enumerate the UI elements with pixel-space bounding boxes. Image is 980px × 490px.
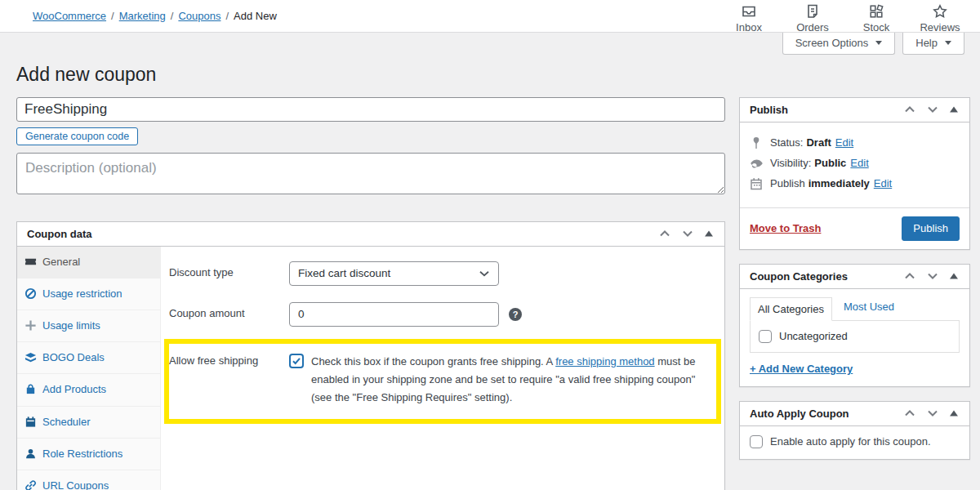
order-down-button[interactable] bbox=[922, 270, 943, 283]
inbox-icon bbox=[717, 3, 781, 21]
coupon-data-tab-list: General Usage restriction Usage limits B… bbox=[17, 247, 161, 490]
free-shipping-description: Check this box if the coupon grants free… bbox=[311, 353, 710, 407]
auto-apply-header: Auto Apply Coupon bbox=[740, 402, 969, 426]
edit-status-link[interactable]: Edit bbox=[835, 136, 853, 149]
tab-label: Usage restriction bbox=[42, 287, 122, 300]
question-icon[interactable]: ? bbox=[509, 308, 522, 321]
tab-all-categories[interactable]: All Categories bbox=[750, 297, 832, 321]
user-icon bbox=[24, 448, 37, 460]
activity-tab-orders[interactable]: Orders bbox=[781, 0, 844, 33]
coupon-description-textarea[interactable] bbox=[16, 153, 725, 194]
chevron-up-icon bbox=[903, 408, 916, 418]
publish-button[interactable]: Publish bbox=[902, 216, 960, 241]
breadcrumb-marketing[interactable]: Marketing bbox=[119, 10, 166, 22]
order-down-button[interactable] bbox=[922, 407, 943, 420]
link-icon bbox=[24, 479, 37, 490]
free-shipping-method-link[interactable]: free shipping method bbox=[555, 355, 654, 368]
coupon-data-box: Coupon data General Usage restriction bbox=[16, 221, 725, 490]
chevron-up-icon bbox=[903, 105, 916, 114]
caret-down-icon bbox=[945, 41, 951, 45]
help-label: Help bbox=[915, 37, 938, 49]
tab-most-used[interactable]: Most Used bbox=[844, 301, 894, 317]
discount-type-select[interactable]: Fixed cart discount bbox=[289, 261, 499, 286]
circle-slash-icon bbox=[24, 287, 37, 300]
order-up-button[interactable] bbox=[654, 227, 675, 240]
auto-apply-checkbox[interactable] bbox=[750, 435, 763, 448]
schedule-row: Publish immediately Edit bbox=[750, 177, 960, 190]
activity-tab-reviews[interactable]: Reviews bbox=[908, 0, 972, 33]
category-tabs: All Categories Most Used bbox=[750, 297, 960, 320]
order-down-button[interactable] bbox=[922, 103, 943, 116]
screen-options-button[interactable]: Screen Options bbox=[782, 33, 896, 55]
order-up-button[interactable] bbox=[899, 103, 920, 116]
activity-tab-stock[interactable]: Stock bbox=[844, 0, 908, 33]
move-to-trash-link[interactable]: Move to Trash bbox=[750, 222, 821, 234]
tab-bogo-deals[interactable]: BOGO Deals bbox=[17, 342, 160, 374]
chevron-up-icon bbox=[658, 229, 671, 238]
coupon-categories-box: Coupon Categories All Categories Most Us… bbox=[739, 264, 970, 387]
discount-type-value: Fixed cart discount bbox=[298, 267, 390, 279]
generate-coupon-code-button[interactable]: Generate coupon code bbox=[16, 127, 138, 145]
coupon-data-general-panel: Discount type Fixed cart discount Coupon… bbox=[161, 247, 724, 490]
pin-icon bbox=[750, 136, 764, 149]
breadcrumb-separator: / bbox=[111, 10, 114, 22]
admin-top-bar: WooCommerce/Marketing/Coupons/Add New In… bbox=[0, 0, 980, 33]
tab-usage-limits[interactable]: Usage limits bbox=[17, 310, 160, 342]
bag-icon bbox=[24, 383, 37, 395]
publish-time-value: immediately bbox=[808, 177, 870, 189]
discount-type-label: Discount type bbox=[169, 261, 289, 278]
tab-general[interactable]: General bbox=[17, 247, 160, 278]
activity-panel-tabs: Inbox Orders Stock Reviews bbox=[717, 0, 972, 33]
calendar-icon bbox=[24, 416, 37, 428]
auto-apply-box: Auto Apply Coupon Enable auto apply for … bbox=[739, 401, 970, 460]
status-row: Status: Draft Edit bbox=[750, 136, 960, 149]
activity-tab-inbox[interactable]: Inbox bbox=[717, 0, 781, 33]
chevron-down-icon bbox=[926, 408, 939, 418]
order-up-button[interactable] bbox=[899, 270, 920, 283]
stock-icon bbox=[844, 3, 908, 21]
tab-add-products[interactable]: Add Products bbox=[17, 374, 160, 406]
auto-apply-label: Enable auto apply for this coupon. bbox=[770, 435, 931, 448]
publish-box-footer: Move to Trash Publish bbox=[740, 207, 969, 249]
tab-role-restrictions[interactable]: Role Restrictions bbox=[17, 439, 160, 470]
edit-visibility-link[interactable]: Edit bbox=[850, 157, 868, 169]
breadcrumb-woocommerce[interactable]: WooCommerce bbox=[33, 10, 106, 22]
breadcrumb-coupons[interactable]: Coupons bbox=[178, 10, 220, 22]
activity-tab-label: Reviews bbox=[920, 21, 960, 33]
visibility-label: Visibility: bbox=[770, 157, 811, 169]
tab-scheduler[interactable]: Scheduler bbox=[17, 407, 160, 439]
toggle-panel-button[interactable] bbox=[945, 270, 963, 282]
add-new-category-link[interactable]: + Add New Category bbox=[750, 363, 853, 375]
activity-tab-label: Inbox bbox=[736, 21, 762, 33]
help-button[interactable]: Help bbox=[902, 33, 964, 55]
coupon-amount-label: Coupon amount bbox=[169, 302, 289, 319]
activity-tab-label: Stock bbox=[863, 21, 890, 33]
category-checklist: Uncategorized bbox=[750, 320, 960, 353]
discount-type-row: Discount type Fixed cart discount bbox=[161, 253, 724, 294]
triangle-up-icon bbox=[949, 105, 959, 114]
toggle-panel-button[interactable] bbox=[700, 228, 718, 239]
chevron-down-icon bbox=[681, 229, 694, 238]
order-up-button[interactable] bbox=[899, 407, 920, 420]
publish-time-label: Publish bbox=[770, 177, 805, 189]
tab-label: BOGO Deals bbox=[42, 351, 105, 363]
tab-url-coupons[interactable]: URL Coupons bbox=[17, 470, 160, 490]
coupon-amount-input[interactable] bbox=[289, 302, 499, 327]
toggle-panel-button[interactable] bbox=[945, 408, 963, 419]
order-down-button[interactable] bbox=[677, 227, 698, 240]
reviews-icon bbox=[908, 3, 972, 21]
category-item-label: Uncategorized bbox=[779, 330, 848, 342]
tab-usage-restriction[interactable]: Usage restriction bbox=[17, 278, 160, 310]
tab-label: Usage limits bbox=[42, 319, 100, 332]
page-content: Add new coupon Generate coupon code Coup… bbox=[0, 56, 980, 490]
tab-label: General bbox=[42, 256, 80, 268]
activity-tab-label: Orders bbox=[796, 21, 829, 33]
toggle-panel-button[interactable] bbox=[945, 104, 963, 115]
free-shipping-checkbox[interactable] bbox=[289, 354, 304, 368]
page-title: Add new coupon bbox=[16, 59, 970, 97]
uncategorized-checkbox[interactable] bbox=[759, 330, 772, 343]
allow-free-shipping-row-highlighted: Allow free shipping Check this box if th… bbox=[164, 339, 721, 424]
coupon-code-input[interactable] bbox=[16, 97, 725, 122]
edit-publish-time-link[interactable]: Edit bbox=[874, 177, 892, 189]
sidebar-column: Publish Status: Draft Edit bbox=[739, 97, 970, 474]
